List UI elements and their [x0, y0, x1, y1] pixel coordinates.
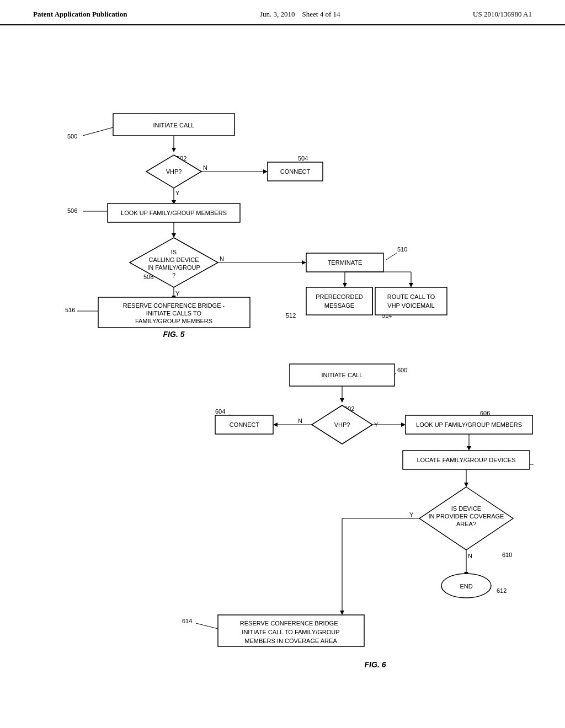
fig6-diagram: 600 INITIATE CALL 602 VHP? N Y 604: [33, 342, 530, 728]
fig6-n-label-610: N: [468, 553, 472, 559]
fig5-n-label-502: N: [203, 164, 207, 171]
svg-marker-47: [464, 483, 468, 487]
fig5-is-calling-text2: CALLING DEVICE: [148, 256, 199, 263]
fig6-end-text: END: [460, 583, 472, 590]
svg-marker-3: [172, 148, 176, 152]
fig6-ref-600: 600: [397, 367, 407, 373]
fig5-caption: FIG. 5: [163, 330, 185, 339]
fig5-route-text2: VHP VOICEMAIL: [387, 302, 434, 309]
fig5-reserve-text2: INITIATE CALLS TO: [146, 310, 202, 317]
svg-line-0: [83, 127, 113, 136]
fig5-terminate-text: TERMINATE: [328, 259, 363, 266]
fig5-label-506: 506: [67, 207, 77, 214]
svg-marker-15: [302, 260, 306, 265]
svg-marker-52: [340, 611, 344, 615]
header-patent-number: US 2010/136980 A1: [473, 10, 532, 19]
fig5-label-510: 510: [397, 246, 407, 253]
header-date-sheet: Jun. 3, 2010 Sheet 4 of 14: [260, 10, 340, 19]
fig6-is-device-text3: AREA?: [456, 521, 476, 527]
fig6-lookup-text: LOOK UP FAMILY/GROUP MEMBERS: [416, 421, 522, 428]
fig5-label-512: 512: [286, 312, 296, 319]
header-publication: Patent Application Publication: [33, 10, 127, 19]
fig6-caption: FIG. 6: [365, 660, 386, 669]
fig5-start-text: INITIATE CALL: [153, 122, 195, 129]
svg-line-53: [196, 623, 218, 629]
fig6-label-612: 612: [497, 587, 507, 594]
svg-marker-33: [340, 398, 344, 403]
fig5-y-label-502: Y: [175, 190, 180, 196]
svg-marker-35: [273, 422, 278, 427]
fig5-diagram: 500 INITIATE CALL 502 VHP? N Y 504: [33, 42, 530, 334]
fig5-reserve-text1: RESERVE CONFERENCE BRIDGE -: [123, 302, 225, 309]
fig6-label-610: 610: [502, 552, 512, 558]
fig5-reserve-text3: FAMILY/GROUP MEMBERS: [135, 318, 212, 324]
fig6-label-614: 614: [182, 618, 192, 624]
fig6-is-device-text1: IS DEVICE: [451, 505, 481, 512]
svg-marker-25: [409, 283, 413, 287]
fig6-vhp-text: VHP?: [334, 421, 350, 428]
fig6-locate-text: LOCATE FAMILY/GROUP DEVICES: [417, 457, 515, 463]
fig5-label-516: 516: [65, 307, 75, 313]
fig5-route-text1: ROUTE CALL TO: [387, 293, 435, 300]
svg-rect-21: [375, 287, 447, 315]
fig5-is-calling-text4: ?: [172, 272, 175, 279]
svg-line-16: [386, 253, 397, 260]
fig6-reserve-text3: MEMBERS IN COVERAGE AREA: [244, 638, 337, 644]
fig6-start-text: INITIATE CALL: [322, 372, 363, 378]
svg-marker-39: [401, 422, 406, 427]
fig6-is-device-text2: IN PROVIDER COVERAGE: [429, 513, 504, 520]
fig6-n-label-602: N: [298, 417, 302, 424]
fig5-prerecorded-text1: PRERECORDED: [316, 293, 363, 300]
diagrams-container: 500 INITIATE CALL 502 VHP? N Y 504: [33, 42, 532, 728]
fig6-reserve-text1: RESERVE CONFERENCE BRIDGE -: [240, 620, 342, 627]
fig5-is-calling-text1: IS: [171, 249, 177, 255]
svg-marker-5: [263, 169, 268, 174]
fig5-is-calling-text3: IN FAMILY/GROUP: [147, 264, 200, 271]
fig6-reserve-text2: INITIATE CALL TO FAMILY/GROUP: [242, 629, 339, 635]
svg-marker-13: [172, 233, 176, 238]
main-content: 500 INITIATE CALL 502 VHP? N Y 504: [0, 25, 565, 728]
fig6-connect-text: CONNECT: [230, 421, 260, 428]
svg-rect-20: [306, 287, 372, 315]
svg-marker-19: [343, 283, 347, 287]
fig6-label-604: 604: [215, 408, 225, 415]
fig5-ref-500: 500: [67, 133, 77, 140]
fig5-lookup-text: LOOK UP FAMILY/GROUP MEMBERS: [121, 210, 227, 216]
fig5-connect-text: CONNECT: [280, 168, 311, 175]
fig6-y-label-610: Y: [409, 511, 414, 518]
page-header: Patent Application Publication Jun. 3, 2…: [0, 0, 565, 25]
fig5-label-504: 504: [298, 155, 308, 162]
svg-marker-43: [467, 446, 471, 451]
fig5-prerecorded-text2: MESSAGE: [324, 302, 354, 309]
fig5-vhp-text: VHP?: [166, 168, 182, 175]
fig5-n-label-508: N: [220, 255, 224, 262]
fig5-y-label-508: Y: [175, 290, 180, 297]
